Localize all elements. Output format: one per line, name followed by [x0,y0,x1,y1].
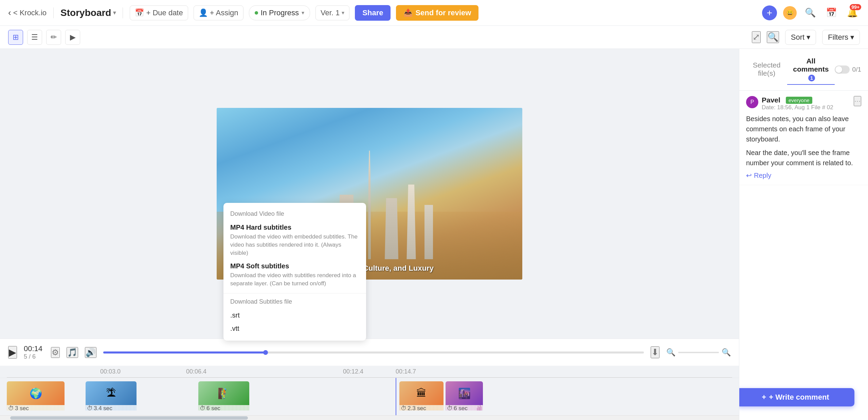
plus-icon: + [762,393,766,402]
music-button[interactable]: 🎵 [67,347,78,358]
mp4-soft-item[interactable]: MP4 Soft subtitles Download the video wi… [223,260,366,290]
search-button[interactable]: 🔍 [803,5,818,20]
calendar-icon: 📅 [135,8,144,17]
srt-item[interactable]: .srt [223,309,366,322]
add-button[interactable]: + [762,5,777,20]
avatar[interactable]: 😀 [783,6,797,20]
volume-button[interactable]: 🔊 [85,347,96,358]
reply-button[interactable]: ↩ Reply [746,171,771,179]
back-icon: ‹ [8,7,11,18]
selected-files-tab[interactable]: Selected file(s) [746,58,787,81]
toolbar-actions: ⤢ 🔍 Sort ▾ Filters ▾ [752,30,860,45]
zoom-in-icon[interactable]: 🔍 [722,348,731,357]
download-subtitles-title: Download Subtitles file [223,296,366,309]
notification-badge: 99+ [850,4,861,10]
clip-thumbnail-2: 🏝 [86,381,137,405]
toggle-knob [835,66,842,73]
main-content: of Skyscrapers, Culture, and Luxury Down… [0,49,868,420]
play-button[interactable]: ▶ [8,346,17,359]
back-button[interactable]: ‹ < Krock.io [8,7,47,18]
storyboard-title[interactable]: Storyboard ▾ [60,7,116,18]
timeline-view-button[interactable]: ▶ [65,30,80,45]
version-button[interactable]: Ver. 1 ▾ [315,5,349,20]
share-button[interactable]: Share [355,5,391,21]
send-icon: 📤 [403,8,413,17]
clock-icon: ⏱ [447,405,453,412]
everyone-badge: everyone [786,97,812,104]
list-view-button[interactable]: ☰ [27,30,42,45]
sort-button[interactable]: Sort ▾ [785,30,816,45]
write-comment-button[interactable]: + + Write comment [739,388,854,406]
download-button[interactable]: ⬇ [651,346,659,358]
mp4-hard-desc: Download the video with embedded subtitl… [230,233,359,257]
progress-bar-container [103,351,644,354]
toggle-switch[interactable] [835,65,850,74]
time-info: 00:14 5 / 6 [24,344,44,360]
all-comments-tab[interactable]: All comments 1 [787,54,834,85]
comment-more-button[interactable]: ··· [854,96,861,106]
clip-1-duration: ⏱ 3 sec [8,405,29,412]
video-container: of Skyscrapers, Culture, and Luxury Down… [217,108,522,280]
notification-button[interactable]: 🔔 99+ [845,5,860,20]
reply-icon: ↩ [746,171,752,179]
download-dropdown: Download Video file MP4 Hard subtitles D… [223,203,366,341]
toolbar: ⊞ ☰ ✏ ▶ ⤢ 🔍 Sort ▾ Filters ▾ [0,26,868,49]
mp4-soft-title: MP4 Soft subtitles [230,262,359,270]
comments-tabs: Selected file(s) All comments 1 0/1 [739,49,868,91]
title-text: Storyboard [60,7,111,18]
calendar-button[interactable]: 📅 [824,5,839,20]
top-bar-right: + 😀 🔍 📅 🔔 99+ [762,5,860,20]
divider [123,7,123,18]
clock-icon: ⏱ [200,405,205,412]
status-indicator [255,11,258,15]
comments-panel: Selected file(s) All comments 1 0/1 P Pa… [739,49,868,420]
grid-view-button[interactable]: ⊞ [8,30,23,45]
chevron-down-icon: ▾ [850,33,854,42]
view-controls: ⊞ ☰ ✏ ▶ [8,30,80,45]
chevron-down-icon: ▾ [807,33,810,42]
mp4-hard-item[interactable]: MP4 Hard subtitles Download the video wi… [223,221,366,260]
clip-4-duration: ⏱ 2.3 sec [401,405,426,412]
progress-bar[interactable] [103,351,644,354]
edit-view-button[interactable]: ✏ [46,30,61,45]
search-icon-button[interactable]: 🔍 [767,31,779,43]
video-area: of Skyscrapers, Culture, and Luxury Down… [0,49,739,420]
clip-5[interactable]: 🌆 ⏱ 6 sec [446,381,483,412]
timeline-ruler: 00:03.0 00:06.4 00:12.4 00:14.7 [0,366,739,378]
zoom-out-icon[interactable]: 🔍 [666,348,675,357]
comment-author: Pavel [762,96,780,104]
settings-button[interactable]: ⚙ [51,347,60,358]
status-button[interactable]: In Progress ▾ [249,5,310,20]
filter-button[interactable]: Filters ▾ [822,30,860,45]
video-controls: ▶ 00:14 5 / 6 ⚙ 🎵 🔊 ⬇ 🔍 🔍 [0,339,739,366]
brand-name: < Krock.io [13,8,47,17]
divider [53,7,54,18]
zoom-slider[interactable] [678,352,719,353]
clip-5-duration: ⏱ 6 sec [447,405,468,412]
clip-thumbnail-3: 🧗 [198,381,249,405]
toggle-area: 0/1 [835,65,861,74]
clip-3[interactable]: 🧗 ⏱ 6 sec [198,381,249,412]
timeline-scrollbar[interactable] [0,415,739,420]
clip-thumbnail-1: 🌍 [7,381,65,405]
comment-timestamp: Date: 18:56, Aug 1 File # 02 [762,104,850,111]
comment-avatar: P [746,96,758,108]
chevron-down-icon: ▾ [113,9,116,16]
due-date-button[interactable]: 📅 + Due date [130,5,188,20]
send-review-button[interactable]: 📤 Send for review [396,5,478,21]
playhead [396,378,396,415]
clip-2[interactable]: 🏝 ⏱ 3.4 sec [86,381,137,412]
clip-2-duration: ⏱ 3.4 sec [87,405,112,412]
time-display: 00:14 [24,344,44,353]
comment-header: P Pavel everyone Date: 18:56, Aug 1 File… [746,96,861,111]
clock-icon: ⏱ [401,405,406,412]
expand-button[interactable]: ⤢ [752,31,761,43]
toggle-count: 0/1 [852,66,861,73]
clip-4[interactable]: 🏛 ⏱ 2.3 sec [399,381,444,412]
divider [223,293,366,293]
assign-button[interactable]: 👤 + Assign [194,5,243,20]
video-wrapper: of Skyscrapers, Culture, and Luxury Down… [0,49,739,339]
clip-1[interactable]: 🌍 ⏱ 3 sec [7,381,65,412]
zoom-controls: 🔍 🔍 [666,348,731,357]
vtt-item[interactable]: .vtt [223,322,366,335]
